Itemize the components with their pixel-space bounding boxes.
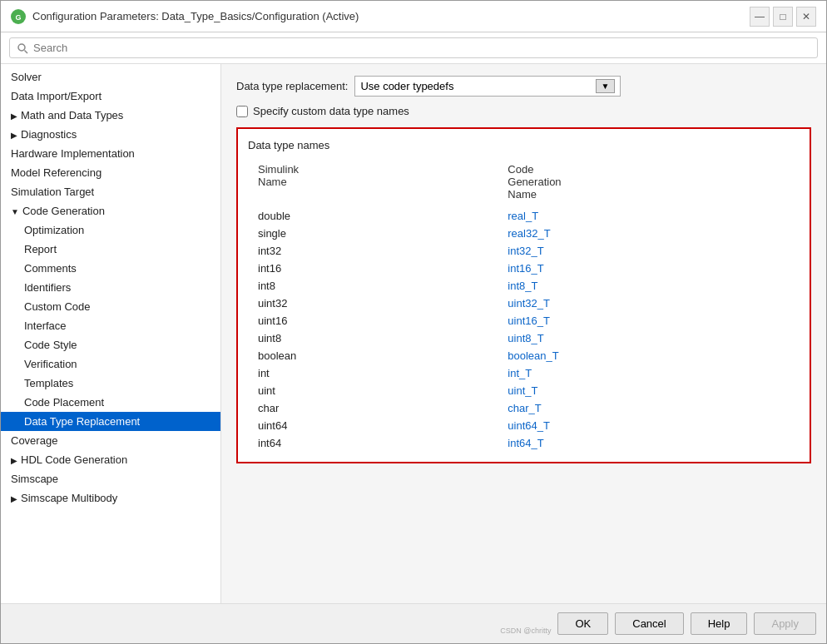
simulink-name-cell: uint64	[248, 417, 498, 434]
search-input[interactable]	[9, 37, 818, 58]
table-row: int8int8_T	[248, 277, 800, 295]
checkbox-row: Specify custom data type names	[236, 105, 811, 117]
custom-data-type-checkbox[interactable]	[236, 106, 248, 117]
simulink-name-cell: single	[248, 225, 498, 242]
ok-button[interactable]: OK	[557, 612, 608, 635]
data-type-table: SimulinkName CodeGenerationName doublere…	[248, 160, 800, 452]
sidebar-item-hardware-implementation[interactable]: Hardware Implementation	[1, 144, 220, 163]
arrow-icon: ▼	[11, 207, 19, 216]
watermark: CSDN @chritty	[500, 627, 551, 635]
simulink-name-cell: int8	[248, 277, 498, 295]
codegen-name-cell: real32_T	[498, 225, 800, 242]
simulink-name-cell: boolean	[248, 347, 498, 364]
simulink-name-cell: uint	[248, 382, 498, 399]
sidebar-item-interface[interactable]: Interface	[1, 316, 220, 335]
sidebar-item-identifiers[interactable]: Identifiers	[1, 278, 220, 297]
sidebar-item-simscape[interactable]: Simscape	[1, 469, 220, 488]
simulink-name-cell: int64	[248, 434, 498, 452]
dropdown-value: Use coder typedefs	[360, 80, 453, 92]
sidebar-item-optimization[interactable]: Optimization	[1, 220, 220, 240]
sidebar-item-diagnostics[interactable]: ▶Diagnostics	[1, 125, 220, 144]
codegen-name-cell: int64_T	[498, 434, 800, 452]
sidebar-item-hdl-code-generation[interactable]: ▶HDL Code Generation	[1, 450, 220, 469]
app-icon: G	[11, 9, 26, 24]
arrow-icon: ▶	[11, 494, 17, 503]
maximize-button[interactable]: □	[773, 7, 793, 27]
title-controls: — □ ✕	[750, 7, 816, 27]
table-row: uintuint_T	[248, 382, 800, 399]
col-header-codegen: CodeGenerationName	[498, 160, 800, 207]
sidebar-item-comments[interactable]: Comments	[1, 259, 220, 278]
dropdown-arrow-icon: ▼	[596, 79, 616, 93]
main-content: SolverData Import/Export▶Math and Data T…	[1, 64, 826, 603]
sidebar-item-label: Diagnostics	[21, 128, 77, 141]
arrow-icon: ▶	[11, 456, 17, 465]
cancel-button[interactable]: Cancel	[615, 612, 683, 635]
main-window: G Configuration Parameters: Data_Type_Ba…	[0, 0, 827, 644]
table-row: singlereal32_T	[248, 225, 800, 242]
table-row: intint_T	[248, 364, 800, 382]
codegen-name-cell: uint32_T	[498, 295, 800, 312]
checkbox-label: Specify custom data type names	[253, 105, 409, 117]
data-type-names-box: Data type names SimulinkName CodeGenerat…	[236, 127, 811, 463]
sidebar-item-math-data-types[interactable]: ▶Math and Data Types	[1, 106, 220, 125]
sidebar-item-solver[interactable]: Solver	[1, 67, 220, 87]
simulink-name-cell: int32	[248, 242, 498, 260]
table-row: int16int16_T	[248, 260, 800, 277]
table-row: int32int32_T	[248, 242, 800, 260]
sidebar-item-data-import-export[interactable]: Data Import/Export	[1, 87, 220, 106]
title-bar: G Configuration Parameters: Data_Type_Ba…	[1, 1, 826, 32]
sidebar-item-templates[interactable]: Templates	[1, 374, 220, 393]
data-type-replacement-dropdown[interactable]: Use coder typedefs ▼	[354, 76, 621, 97]
codegen-name-cell: int16_T	[498, 260, 800, 277]
sidebar-item-coverage[interactable]: Coverage	[1, 431, 220, 450]
arrow-icon: ▶	[11, 111, 17, 121]
data-table-body: doublereal_Tsinglereal32_Tint32int32_Tin…	[248, 207, 800, 452]
help-button[interactable]: Help	[691, 612, 748, 635]
codegen-name-cell: int8_T	[498, 277, 800, 295]
dropdown-label: Data type replacement:	[236, 80, 348, 92]
close-button[interactable]: ✕	[796, 7, 816, 27]
footer: CSDN @chritty OK Cancel Help Apply	[1, 603, 826, 643]
sidebar-items-container: SolverData Import/Export▶Math and Data T…	[1, 67, 220, 508]
codegen-name-cell: uint64_T	[498, 417, 800, 434]
codegen-name-cell: int_T	[498, 364, 800, 382]
simulink-name-cell: uint8	[248, 329, 498, 347]
box-title: Data type names	[248, 139, 800, 151]
sidebar-item-report[interactable]: Report	[1, 240, 220, 259]
sidebar-item-label: Math and Data Types	[21, 109, 123, 121]
table-row: uint8uint8_T	[248, 329, 800, 347]
content-area: Data type replacement: Use coder typedef…	[221, 64, 826, 603]
sidebar: SolverData Import/Export▶Math and Data T…	[1, 64, 221, 603]
sidebar-item-data-type-replacement[interactable]: Data Type Replacement	[1, 412, 220, 431]
simulink-name-cell: int	[248, 364, 498, 382]
codegen-name-cell: int32_T	[498, 242, 800, 260]
table-row: uint32uint32_T	[248, 295, 800, 312]
sidebar-item-label: Code Generation	[22, 205, 105, 217]
sidebar-item-simscape-multibody[interactable]: ▶Simscape Multibody	[1, 488, 220, 508]
simulink-name-cell: uint32	[248, 295, 498, 312]
sidebar-item-code-generation[interactable]: ▼Code Generation	[1, 201, 220, 220]
arrow-icon: ▶	[11, 131, 17, 140]
codegen-name-cell: real_T	[498, 207, 800, 225]
search-bar	[1, 32, 826, 64]
sidebar-item-model-referencing[interactable]: Model Referencing	[1, 163, 220, 182]
table-row: doublereal_T	[248, 207, 800, 225]
sidebar-item-verification[interactable]: Verification	[1, 354, 220, 374]
simulink-name-cell: double	[248, 207, 498, 225]
simulink-name-cell: int16	[248, 260, 498, 277]
codegen-name-cell: uint_T	[498, 382, 800, 399]
minimize-button[interactable]: —	[750, 7, 770, 27]
sidebar-item-code-style[interactable]: Code Style	[1, 335, 220, 354]
sidebar-item-simulation-target[interactable]: Simulation Target	[1, 182, 220, 201]
col-header-simulink: SimulinkName	[248, 160, 498, 207]
simulink-name-cell: char	[248, 399, 498, 417]
sidebar-item-custom-code[interactable]: Custom Code	[1, 297, 220, 316]
codegen-name-cell: uint8_T	[498, 329, 800, 347]
codegen-name-cell: uint16_T	[498, 312, 800, 329]
title-bar-left: G Configuration Parameters: Data_Type_Ba…	[11, 9, 359, 24]
sidebar-item-code-placement[interactable]: Code Placement	[1, 393, 220, 412]
sidebar-item-label: Simscape Multibody	[21, 492, 117, 504]
table-row: booleanboolean_T	[248, 347, 800, 364]
apply-button[interactable]: Apply	[754, 612, 816, 635]
